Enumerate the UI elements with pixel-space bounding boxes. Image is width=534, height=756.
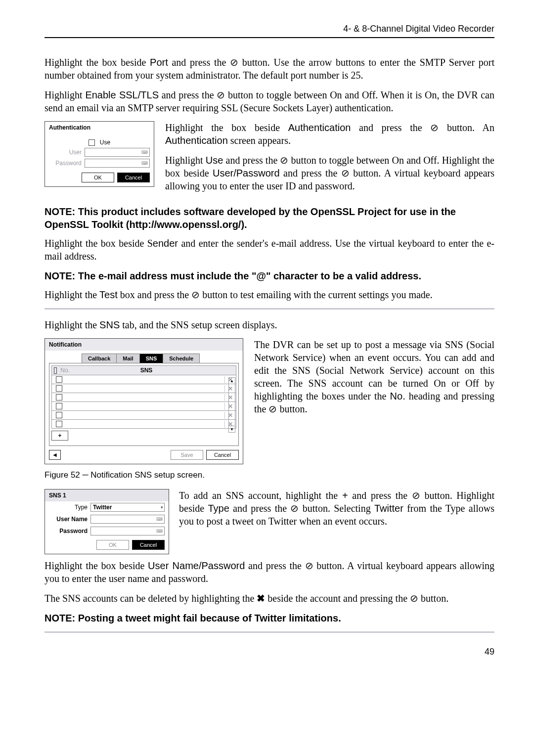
term-sender: ender (153, 238, 178, 249)
tab-callback[interactable]: Callback (82, 354, 117, 363)
back-button[interactable]: ◄ (49, 450, 61, 460)
text: Highlight the box beside S (44, 238, 153, 249)
keyboard-icon: ⌨ (141, 150, 148, 155)
term-plus: + (342, 490, 348, 501)
notification-dialog: Notification Callback Mail SNS Schedule … (44, 338, 243, 464)
text: Highlight (165, 155, 206, 166)
enter-icon: ⊘ (230, 57, 238, 68)
add-button[interactable]: + (51, 431, 68, 441)
text: box and press the (118, 289, 191, 300)
text: and press the (229, 503, 291, 514)
sns1-title: SNS 1 (45, 489, 169, 501)
paragraph-ssl: Highlight Enable SSL/TLS and press the ⊘… (44, 89, 494, 114)
text: button. (277, 403, 307, 414)
paragraph-sns-add: To add an SNS account, highlight the + a… (179, 489, 494, 528)
row-checkbox[interactable] (52, 375, 68, 384)
text: and press the (245, 560, 305, 571)
term-use: Use (206, 155, 223, 166)
password-field[interactable]: ⌨ (90, 527, 165, 535)
use-checkbox[interactable] (89, 139, 95, 146)
user-label: User (49, 149, 82, 156)
row-checkbox[interactable] (52, 411, 68, 419)
password-field[interactable]: ⌨ (85, 159, 150, 168)
col-no: No. (54, 367, 70, 374)
paragraph-auth1: Highlight the box beside Authentication … (165, 121, 494, 147)
paragraph-delete: The SNS accounts can be deleted by highl… (44, 592, 494, 605)
cancel-button[interactable]: Cancel (132, 540, 165, 550)
scrollbar[interactable]: ▲ ▼ (228, 377, 235, 433)
text: button. Selecting (299, 503, 374, 514)
cancel-button[interactable]: Cancel (206, 450, 239, 460)
page-number: 49 (44, 647, 494, 657)
use-label: Use (100, 139, 110, 146)
user-field[interactable]: ⌨ (85, 148, 150, 157)
password-label: Password (49, 160, 82, 167)
notification-title: Notification (45, 339, 243, 351)
term-type: Type (208, 503, 229, 514)
enter-icon: ⊘ (217, 89, 225, 100)
row-checkbox[interactable] (52, 420, 68, 428)
cancel-button[interactable]: Cancel (117, 173, 150, 182)
text: Highlight (44, 89, 85, 100)
text: and press the (280, 168, 341, 178)
paragraph-auth2: Highlight Use and press the ⊘ button to … (165, 154, 494, 192)
term-test: Test (99, 289, 118, 300)
enter-icon: ⊘ (305, 560, 313, 571)
chevron-down-icon: ▾ (161, 505, 163, 510)
term-port: Port (150, 57, 168, 68)
row-checkbox[interactable] (52, 393, 68, 401)
text: button. An (439, 122, 494, 133)
ok-button[interactable]: OK (96, 540, 129, 550)
text: and press the (159, 89, 217, 100)
notification-body: No. SNS ✕ ✕ ✕ ✕ ✕ ✕ + ▲ ▼ (49, 363, 239, 446)
divider (44, 631, 494, 633)
text: button to test emailing with the current… (200, 289, 432, 300)
figure-caption: Figure 52 ─ Notification SNS setup scree… (44, 470, 494, 480)
term-auth: Authentication (288, 122, 351, 133)
enter-icon: ⊘ (341, 168, 350, 178)
term-ssl: Enable SSL/TLS (85, 89, 159, 100)
row-checkbox[interactable] (52, 384, 68, 393)
text: and press the (168, 57, 230, 68)
save-button[interactable]: Save (171, 450, 203, 460)
username-label: User Name (49, 516, 88, 523)
page-header: 4- & 8-Channel Digital Video Recorder (44, 24, 494, 38)
text: Highlight the (44, 289, 99, 300)
enter-icon: ⊘ (290, 503, 299, 514)
paragraph-sns-desc: The DVR can be set up to post a message … (254, 338, 494, 415)
enter-icon: ⊘ (430, 122, 439, 133)
text: and press the (351, 122, 430, 133)
auth-dialog: Authentication Use User ⌨ Password ⌨ OK … (44, 121, 154, 187)
enter-icon: ⊘ (410, 593, 418, 604)
note-twitter: NOTE: Posting a tweet might fail because… (44, 612, 494, 624)
row-checkbox[interactable] (52, 402, 68, 410)
enter-icon: ⊘ (412, 490, 420, 501)
note-openssl: NOTE: This product includes software dev… (44, 205, 494, 231)
tab-sns[interactable]: SNS (139, 354, 164, 363)
text: The SNS accounts can be deleted by highl… (44, 593, 257, 604)
term-sns: SNS (99, 319, 120, 330)
text: button. (418, 593, 448, 604)
paragraph-test: Highlight the Test box and press the ⊘ b… (44, 288, 494, 301)
scroll-up-icon[interactable]: ▲ (229, 378, 235, 384)
username-field[interactable]: ⌨ (90, 515, 165, 524)
keyboard-icon: ⌨ (156, 529, 163, 534)
scroll-down-icon[interactable]: ▼ (229, 426, 235, 432)
checkbox[interactable] (54, 367, 57, 374)
keyboard-icon: ⌨ (141, 161, 148, 166)
text: and press the (223, 155, 280, 166)
notification-tabs: Callback Mail SNS Schedule (82, 354, 239, 363)
ok-button[interactable]: OK (82, 173, 114, 182)
text: and press the (348, 490, 412, 501)
tab-mail[interactable]: Mail (116, 354, 139, 363)
type-label: Type (49, 504, 88, 511)
sns1-dialog: SNS 1 Type Twitter▾ User Name ⌨ Password… (44, 489, 169, 554)
type-dropdown[interactable]: Twitter▾ (90, 503, 165, 512)
divider (44, 308, 494, 310)
auth-dialog-title: Authentication (45, 122, 154, 139)
tab-schedule[interactable]: Schedule (163, 354, 200, 363)
text: screen appears. (228, 135, 291, 146)
enter-icon: ⊘ (280, 155, 288, 166)
x-icon: ✖ (257, 593, 265, 604)
paragraph-sender: Highlight the box beside Sender and ente… (44, 237, 494, 263)
